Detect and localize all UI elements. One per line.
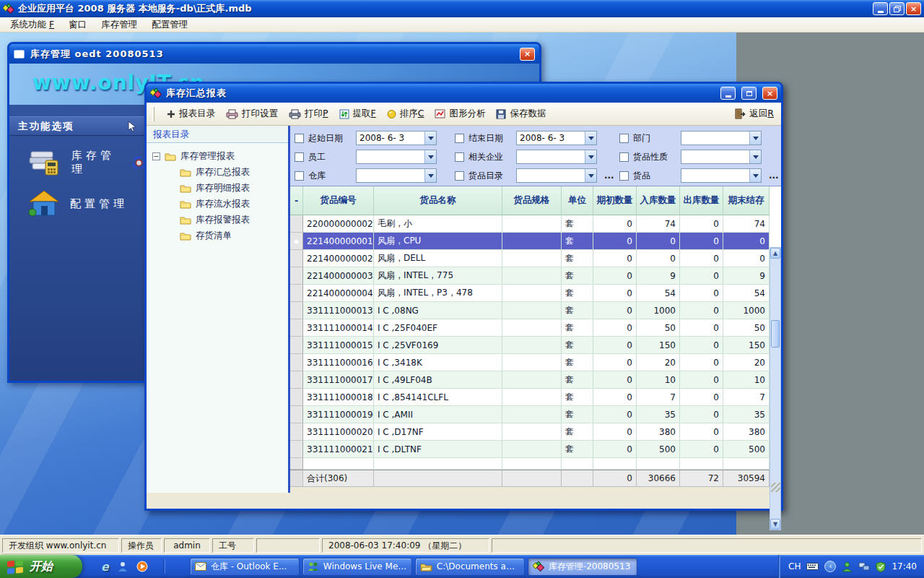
checkbox-货品[interactable] <box>619 171 629 181</box>
combo-员工[interactable] <box>356 150 437 164</box>
toolbar-button-排序[interactable]: 排序C <box>387 108 424 120</box>
table-row[interactable]: 331111000019I C ,AMII套035035 <box>290 406 770 423</box>
restore-button[interactable] <box>889 2 905 15</box>
table-row[interactable]: ◆221400000001风扇，CPU套0000 <box>290 233 770 250</box>
tree-item-库存报警报表[interactable]: 库存报警报表 <box>147 212 288 228</box>
more-button[interactable]: ... <box>604 171 614 181</box>
column-header-货品名称[interactable]: 货品名称 <box>374 186 502 215</box>
toolbar-button-打印[interactable]: 打印P <box>289 108 328 120</box>
tree-item-存货清单[interactable]: 存货清单 <box>147 228 288 243</box>
language-indicator[interactable]: CH <box>788 561 801 571</box>
toolbar-button-提取[interactable]: 提取F <box>339 108 376 120</box>
column-header-货品规格[interactable]: 货品规格 <box>502 186 562 215</box>
dialog-minimize-button[interactable] <box>720 87 736 100</box>
keyboard-icon[interactable] <box>806 562 819 571</box>
messenger-person-icon[interactable] <box>117 561 128 572</box>
checkbox-货品性质[interactable] <box>619 152 629 162</box>
minimize-button[interactable] <box>873 2 888 15</box>
column-header-期末结存[interactable]: 期末结存 <box>723 186 770 215</box>
taskbar-button-C:\Documents and...[interactable]: C:\Documents and... <box>415 558 525 576</box>
table-row[interactable]: 331111000017I C ,49LF04B套010010 <box>290 371 770 389</box>
checkbox-员工[interactable] <box>295 152 304 162</box>
checkbox-起始日期[interactable] <box>295 134 304 143</box>
chevron-down-icon[interactable] <box>585 150 596 163</box>
toolbar-grip[interactable] <box>152 107 154 121</box>
combo-相关企业[interactable] <box>516 150 597 164</box>
table-row[interactable]: 331111000018I C ,854141CLFL套0707 <box>290 389 770 406</box>
combo-部门[interactable] <box>681 131 762 145</box>
chevron-down-icon[interactable] <box>424 169 436 182</box>
table-row[interactable]: 331111000014I C ,25F040EF套050050 <box>290 319 770 337</box>
table-row[interactable]: 331111000020I C ,D17NF套03800380 <box>290 423 770 441</box>
taskbar-button-库存管理-20080513[interactable]: 库存管理-20080513 <box>528 558 637 576</box>
column-header-单位[interactable]: 单位 <box>562 186 593 215</box>
checkbox-货品目录[interactable] <box>455 171 464 181</box>
chevron-down-icon[interactable] <box>424 150 436 163</box>
combo-仓库[interactable] <box>356 168 437 183</box>
chevron-down-icon[interactable] <box>749 150 761 163</box>
menu-item-配置管理[interactable]: 配置管理 <box>144 17 195 33</box>
tree-root-item[interactable]: −库存管理报表 <box>147 148 288 164</box>
table-row[interactable]: 220000000002毛刷，小套074074 <box>290 215 770 233</box>
user-tray-icon[interactable] <box>842 561 853 572</box>
column-header-期初数量[interactable]: 期初数量 <box>593 186 637 215</box>
chevron-down-icon[interactable] <box>585 169 596 182</box>
back-button[interactable]: 返回R <box>734 108 774 120</box>
sidebar-item-库存管理[interactable]: 库存管理 <box>28 147 147 178</box>
tree-item-库存汇总报表[interactable]: 库存汇总报表 <box>147 164 288 180</box>
close-button[interactable]: × <box>906 2 921 15</box>
scroll-thumb[interactable] <box>771 320 780 348</box>
more-button[interactable]: ... <box>769 171 779 181</box>
clock[interactable]: 17:40 <box>892 561 917 571</box>
sidebar-item-配置管理[interactable]: 配置管理 <box>28 189 147 218</box>
combo-货品性质[interactable] <box>681 150 762 164</box>
scroll-down-icon[interactable]: ▼ <box>770 519 780 530</box>
toolbar-button-打印设置[interactable]: 打印设置 <box>226 108 278 120</box>
shield-tray-icon[interactable] <box>876 561 886 572</box>
chevron-down-icon[interactable] <box>749 169 761 182</box>
checkbox-结束日期[interactable] <box>455 134 464 143</box>
table-row[interactable]: 221400000003风扇，INTEL，775套0909 <box>290 267 770 285</box>
media-player-icon[interactable] <box>136 561 148 572</box>
tree-item-库存明细报表[interactable]: 库存明细报表 <box>147 180 288 196</box>
chevron-left-icon[interactable]: ‹ <box>824 561 836 572</box>
taskbar-button-Windows Live Mes...[interactable]: Windows Live Mes... <box>302 558 412 576</box>
inventory-close-button[interactable]: × <box>520 48 535 61</box>
combo-起始日期[interactable]: 2008- 6- 3 <box>356 131 437 145</box>
combo-货品目录[interactable] <box>516 168 597 183</box>
ie-icon[interactable]: e <box>101 560 109 574</box>
network-tray-icon[interactable] <box>858 562 870 571</box>
table-row[interactable]: 221400000004风扇，INTEL，P3，478套054054 <box>290 285 770 302</box>
table-row[interactable]: 331111000016I C ,3418K套020020 <box>290 354 770 371</box>
table-row[interactable]: 331111000021I C ,DLTNF套05000500 <box>290 441 770 458</box>
chevron-down-icon[interactable] <box>749 131 761 144</box>
toolbar-button-保存数据[interactable]: 保存数据 <box>496 108 546 120</box>
table-row[interactable]: 331111000013I C ,08NG套0100001000 <box>290 302 770 319</box>
combo-结束日期[interactable]: 2008- 6- 3 <box>516 131 597 145</box>
taskbar-button-仓库 - Outlook E...[interactable]: 仓库 - Outlook E... <box>190 558 300 576</box>
tree-item-库存流水报表[interactable]: 库存流水报表 <box>147 196 288 212</box>
menu-item-系统功能[interactable]: 系统功能 F <box>3 17 61 33</box>
dialog-maximize-button[interactable] <box>741 87 757 100</box>
resize-grip[interactable] <box>771 483 780 492</box>
collapse-icon[interactable]: − <box>152 152 160 160</box>
column-header-出库数量[interactable]: 出库数量 <box>680 186 723 215</box>
checkbox-相关企业[interactable] <box>455 152 464 162</box>
chevron-down-icon[interactable] <box>585 131 596 144</box>
scroll-up-icon[interactable]: ▲ <box>770 248 780 259</box>
table-row[interactable]: 331111000015I C ,25VF0169套01500150 <box>290 337 770 354</box>
toolbar-button-图形分析[interactable]: 图形分析 <box>435 108 485 120</box>
menu-item-窗口[interactable]: 窗口 <box>61 17 94 33</box>
checkbox-部门[interactable] <box>619 134 629 143</box>
start-button[interactable]: 开始 <box>0 555 82 578</box>
dialog-close-button[interactable]: × <box>762 87 777 100</box>
toolbar-button-报表目录[interactable]: 报表目录 <box>167 108 215 120</box>
checkbox-仓库[interactable] <box>295 171 304 181</box>
table-row[interactable]: 221400000002风扇，DELL套0000 <box>290 250 770 267</box>
chevron-down-icon[interactable] <box>424 131 436 144</box>
combo-货品[interactable] <box>681 168 762 183</box>
column-header-入库数量[interactable]: 入库数量 <box>637 186 680 215</box>
menu-item-库存管理[interactable]: 库存管理 <box>94 17 144 33</box>
column-header--[interactable]: - <box>290 186 303 215</box>
column-header-货品编号[interactable]: 货品编号 <box>303 186 374 215</box>
